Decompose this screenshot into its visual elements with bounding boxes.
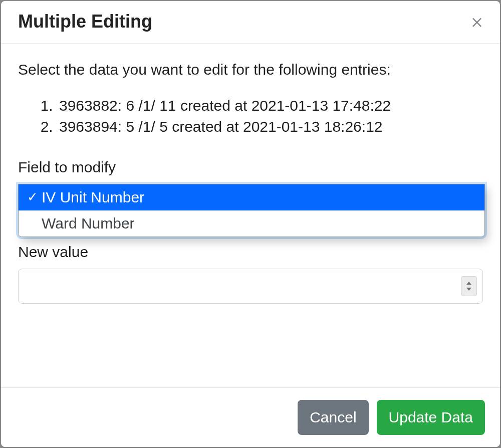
list-item: 3963894: 5 /1/ 5 created at 2021-01-13 1…	[57, 116, 483, 137]
entries-list: 3963882: 6 /1/ 11 created at 2021-01-13 …	[18, 95, 483, 137]
new-value-label: New value	[18, 242, 483, 262]
field-dropdown-listbox: ✓ IV Unit Number Ward Number	[18, 184, 485, 237]
option-label: Ward Number	[42, 215, 135, 232]
option-label: IV Unit Number	[42, 189, 144, 206]
check-icon: ✓	[26, 189, 40, 205]
new-value-input[interactable]	[18, 269, 483, 304]
cancel-button[interactable]: Cancel	[298, 400, 368, 435]
field-option-iv-unit-number[interactable]: ✓ IV Unit Number	[19, 184, 484, 210]
modal-header: Multiple Editing	[1, 1, 500, 44]
close-button[interactable]	[468, 13, 486, 31]
chevron-up-icon	[466, 282, 471, 285]
modal-footer: Cancel Update Data	[1, 387, 500, 447]
modal-title: Multiple Editing	[18, 11, 152, 32]
close-icon	[470, 15, 484, 29]
chevron-down-icon	[466, 288, 471, 291]
list-item: 3963882: 6 /1/ 11 created at 2021-01-13 …	[57, 95, 483, 116]
modal-dialog: Multiple Editing Select the data you wan…	[1, 1, 500, 447]
new-value-field-wrap	[18, 269, 483, 304]
field-to-modify-label: Field to modify	[18, 157, 483, 177]
prompt-text: Select the data you want to edit for the…	[18, 60, 483, 80]
number-stepper[interactable]	[461, 276, 477, 296]
field-option-ward-number[interactable]: Ward Number	[19, 210, 484, 237]
update-data-button[interactable]: Update Data	[377, 400, 485, 435]
modal-body: Select the data you want to edit for the…	[1, 44, 500, 387]
